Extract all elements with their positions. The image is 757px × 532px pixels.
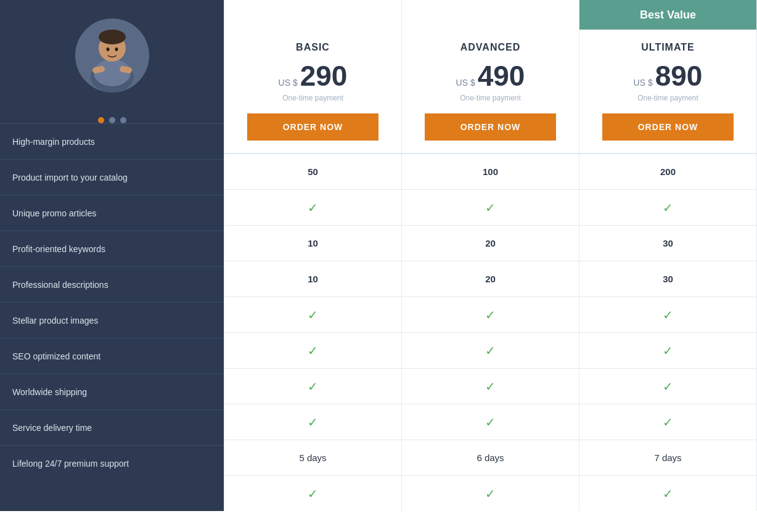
feature-row-5: Stellar product images (0, 302, 224, 338)
svg-point-7 (106, 47, 109, 51)
feature-row-3: Profit-oriented keywords (0, 231, 224, 266)
data-row-basic-3: 10 (224, 261, 401, 297)
check-icon: ✓ (485, 379, 496, 394)
plan-currency-advanced: US $ (456, 78, 475, 88)
data-row-advanced-3: 20 (402, 261, 579, 297)
data-row-advanced-4: ✓ (402, 297, 579, 332)
data-row-ultimate-2: 30 (579, 225, 756, 261)
plan-payment-advanced: One-time payment (408, 94, 573, 102)
data-row-ultimate-0: 200 (579, 153, 756, 189)
check-icon: ✓ (308, 343, 318, 358)
check-icon: ✓ (308, 308, 318, 322)
svg-point-2 (94, 59, 131, 86)
data-row-advanced-1: ✓ (402, 189, 579, 225)
data-row-advanced-5: ✓ (402, 332, 579, 368)
plan-price-row-basic: US $290 (231, 62, 395, 90)
data-row-advanced-7: ✓ (402, 404, 579, 440)
check-icon: ✓ (308, 379, 318, 394)
data-row-ultimate-5: ✓ (579, 332, 756, 368)
check-icon: ✓ (485, 308, 496, 322)
plan-payment-basic: One-time payment (231, 94, 395, 102)
order-button-ultimate[interactable]: ORDER NOW (602, 113, 734, 141)
data-row-advanced-6: ✓ (402, 368, 579, 404)
sidebar: High-margin productsProduct import to yo… (0, 0, 224, 511)
feature-row-0: High-margin products (0, 123, 224, 159)
feature-row-9: Lifelong 24/7 premium support (0, 445, 224, 481)
banner-placeholder-basic (224, 0, 401, 30)
check-icon: ✓ (663, 308, 673, 322)
data-row-basic-1: ✓ (224, 189, 401, 225)
plan-name-basic: BASIC (231, 42, 395, 53)
avatar (75, 18, 149, 92)
feature-row-8: Service delivery time (0, 409, 224, 445)
data-row-basic-5: ✓ (224, 332, 401, 368)
plan-col-ultimate: Best ValueULTIMATEUS $890One-time paymen… (579, 0, 757, 511)
plan-col-basic: BASICUS $290One-time paymentORDER NOW50✓… (224, 0, 401, 511)
plan-payment-ultimate: One-time payment (586, 94, 750, 102)
svg-point-4 (99, 30, 126, 44)
feature-row-1: Product import to your catalog (0, 159, 224, 195)
data-row-advanced-9: ✓ (402, 475, 579, 511)
check-icon: ✓ (663, 379, 673, 394)
banner-placeholder-advanced (402, 0, 579, 30)
plan-col-advanced: ADVANCEDUS $490One-time paymentORDER NOW… (401, 0, 579, 511)
feature-row-6: SEO optimized content (0, 338, 224, 374)
data-row-ultimate-7: ✓ (579, 404, 756, 440)
data-row-advanced-2: 20 (402, 225, 579, 261)
plan-price-row-advanced: US $490 (408, 62, 573, 90)
plan-price-row-ultimate: US $890 (586, 62, 750, 90)
dot-2[interactable] (109, 117, 115, 123)
svg-point-8 (115, 47, 118, 51)
plan-price-ultimate: 890 (655, 62, 703, 90)
pricing-area: BASICUS $290One-time paymentORDER NOW50✓… (224, 0, 757, 511)
check-icon: ✓ (308, 415, 318, 430)
data-row-ultimate-8: 7 days (579, 440, 756, 475)
data-row-ultimate-9: ✓ (579, 475, 756, 511)
check-icon: ✓ (485, 343, 496, 358)
check-icon: ✓ (663, 343, 673, 358)
data-row-ultimate-6: ✓ (579, 368, 756, 404)
data-row-advanced-0: 100 (402, 153, 579, 189)
data-row-basic-9: ✓ (224, 475, 401, 511)
feature-row-4: Professional descriptions (0, 266, 224, 302)
plan-currency-ultimate: US $ (634, 78, 653, 88)
order-button-basic[interactable]: ORDER NOW (247, 113, 379, 141)
best-value-banner: Best Value (579, 0, 756, 30)
data-row-advanced-8: 6 days (402, 440, 579, 475)
data-row-ultimate-4: ✓ (579, 297, 756, 332)
feature-list: High-margin productsProduct import to yo… (0, 123, 224, 481)
dot-1[interactable] (98, 117, 104, 123)
plan-name-ultimate: ULTIMATE (586, 42, 750, 53)
data-row-basic-7: ✓ (224, 404, 401, 440)
plan-price-advanced: 490 (478, 62, 525, 90)
check-icon: ✓ (663, 486, 673, 501)
data-row-ultimate-3: 30 (579, 261, 756, 297)
order-button-advanced[interactable]: ORDER NOW (425, 113, 557, 141)
check-icon: ✓ (308, 200, 318, 215)
feature-row-2: Unique promo articles (0, 195, 224, 231)
plan-currency-basic: US $ (279, 78, 298, 88)
plan-header-advanced: ADVANCEDUS $490One-time paymentORDER NOW (402, 30, 579, 153)
plan-price-basic: 290 (300, 62, 348, 90)
data-row-basic-4: ✓ (224, 297, 401, 332)
data-row-basic-0: 50 (224, 153, 401, 189)
carousel-dots (98, 117, 126, 123)
plan-name-advanced: ADVANCED (408, 42, 573, 53)
check-icon: ✓ (663, 415, 673, 430)
data-row-basic-2: 10 (224, 225, 401, 261)
plan-header-basic: BASICUS $290One-time paymentORDER NOW (224, 30, 401, 153)
feature-row-7: Worldwide shipping (0, 374, 224, 409)
check-icon: ✓ (485, 486, 496, 501)
check-icon: ✓ (663, 200, 673, 215)
check-icon: ✓ (308, 486, 318, 501)
check-icon: ✓ (485, 200, 496, 215)
check-icon: ✓ (485, 415, 496, 430)
plan-header-ultimate: ULTIMATEUS $890One-time paymentORDER NOW (579, 30, 756, 153)
dot-3[interactable] (120, 117, 126, 123)
data-row-basic-8: 5 days (224, 440, 401, 475)
data-row-basic-6: ✓ (224, 368, 401, 404)
data-row-ultimate-1: ✓ (579, 189, 756, 225)
